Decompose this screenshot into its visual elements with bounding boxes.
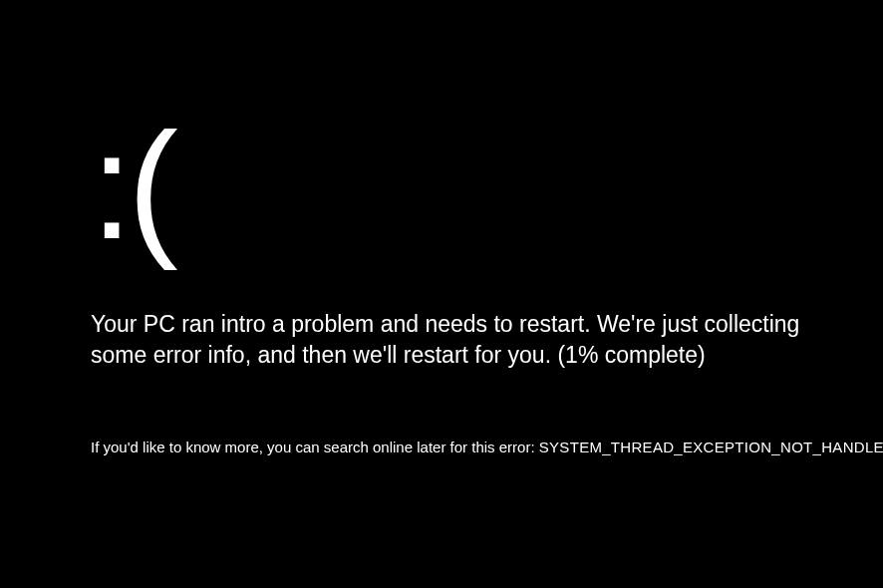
search-prompt: If you'd like to know more, you can sear…	[91, 439, 539, 455]
message-line-2: some error info, and then we'll restart …	[91, 342, 706, 368]
error-screen: :( Your PC ran intro a problem and needs…	[91, 110, 808, 455]
message-line-1: Your PC ran intro a problem and needs to…	[91, 311, 799, 337]
error-message: Your PC ran intro a problem and needs to…	[91, 309, 808, 371]
error-details: If you'd like to know more, you can sear…	[91, 439, 808, 455]
error-code: SYSTEM_THREAD_EXCEPTION_NOT_HANDLED	[539, 439, 883, 455]
sad-face-emoticon: :(	[91, 110, 808, 261]
